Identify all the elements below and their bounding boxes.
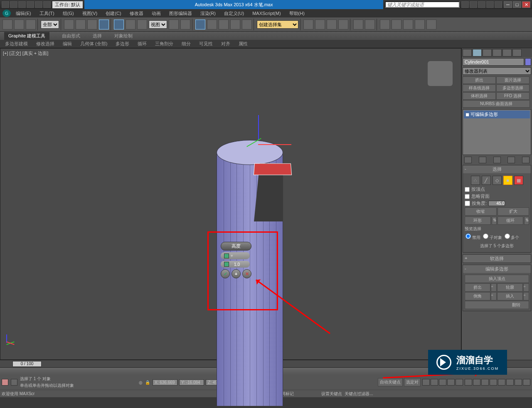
pivot-button[interactable] [169, 20, 179, 29]
menu-modifiers[interactable]: 修改器 [126, 10, 147, 17]
qat-new-icon[interactable] [2, 1, 9, 8]
stack-item-editpoly[interactable]: ◼ 可编辑多边形 [464, 111, 530, 118]
create-tab-icon[interactable] [463, 49, 472, 57]
select-region-button[interactable] [87, 20, 97, 29]
menu-grapheditors[interactable]: 图形编辑器 [166, 10, 195, 17]
help-search-input[interactable] [385, 1, 460, 8]
window-crossing-button[interactable] [99, 20, 109, 29]
close-button[interactable]: ✕ [522, 1, 530, 8]
fov-icon[interactable] [506, 379, 514, 386]
coord-y[interactable]: Y: -16.084 [179, 379, 204, 386]
ring-spinner[interactable]: ⇅ [492, 216, 497, 225]
ribbon-panel-loops[interactable]: 循环 [135, 40, 149, 48]
ignore-backfacing-checkbox[interactable] [465, 194, 470, 199]
extrude-settings-button[interactable]: ▫ [491, 283, 497, 292]
next-frame-icon[interactable] [447, 379, 455, 386]
remove-mod-icon[interactable] [507, 157, 515, 163]
render-frame-button[interactable] [392, 20, 401, 29]
mod-splinesel-button[interactable]: 样条线选择 [463, 84, 496, 92]
rollout-selection-header[interactable]: 选择 [463, 165, 531, 173]
named-selection-set[interactable]: 创建选择集 [257, 20, 298, 29]
menu-animation[interactable]: 动画 [148, 10, 164, 17]
loop-button[interactable]: 循环 [498, 216, 524, 225]
viewport[interactable]: [+] [正交] [真实 + 边面] 高度 ▾ [0, 48, 461, 360]
display-tab-icon[interactable] [502, 49, 512, 57]
layers-button[interactable] [327, 20, 337, 29]
menu-tools[interactable]: 工具(T) [36, 10, 58, 17]
by-angle-checkbox[interactable] [465, 201, 470, 206]
mod-ffdsel-button[interactable]: FFD 选择 [496, 92, 530, 100]
ribbon-tab-freeform[interactable]: 自由形式 [62, 33, 80, 39]
motion-tab-icon[interactable] [493, 49, 502, 57]
rollout-soft-header[interactable]: 软选择 [463, 255, 531, 263]
ref-coord-system[interactable]: 视图 [149, 20, 167, 29]
by-vertex-checkbox[interactable] [465, 187, 470, 192]
qat-save-icon[interactable] [18, 1, 26, 8]
ribbon-panel-props[interactable]: 属性 [236, 40, 250, 48]
zoom-all-icon[interactable] [515, 379, 522, 386]
flip-button[interactable]: 翻转 [465, 301, 529, 309]
caddy-value-input[interactable] [231, 262, 243, 267]
menu-edit[interactable]: 编辑(E) [12, 10, 34, 17]
mod-patchsel-button[interactable]: 面片选择 [496, 76, 530, 84]
mod-polysel-button[interactable]: 多边形选择 [496, 84, 530, 92]
mod-extrude-button[interactable]: 挤出 [463, 76, 496, 84]
align-button[interactable] [315, 20, 325, 29]
pan-icon[interactable] [465, 379, 472, 386]
pin-stack-icon[interactable] [464, 157, 472, 163]
favorites-icon[interactable] [486, 1, 494, 8]
zoom-icon[interactable] [473, 379, 480, 386]
teapot-production-icon[interactable] [415, 20, 425, 29]
modifier-list-dropdown[interactable]: 修改器列表 [463, 67, 531, 75]
menu-customize[interactable]: 自定义(U) [221, 10, 247, 17]
ribbon-tab-graphite[interactable]: Graphite 建模工具 [4, 32, 49, 40]
teapot-iterative-icon[interactable] [426, 20, 436, 29]
time-slider-thumb[interactable]: 0 / 100 [12, 361, 42, 367]
select-manipulate-button[interactable] [180, 20, 190, 29]
inset-settings-button[interactable]: ▫ [523, 292, 529, 300]
schematic-view-button[interactable] [353, 20, 363, 29]
qat-undo-icon[interactable] [27, 1, 34, 8]
loop-spinner[interactable]: ⇅ [524, 216, 529, 225]
inset-button[interactable]: 插入 [497, 292, 523, 300]
rollout-editpoly-header[interactable]: 编辑多边形 [463, 265, 531, 273]
play-icon[interactable] [439, 379, 446, 386]
menu-group[interactable]: 组(G) [59, 10, 77, 17]
preview-off-radio[interactable] [466, 233, 471, 239]
subobj-border-icon[interactable]: ◇ [493, 176, 502, 185]
prev-frame-icon[interactable] [431, 379, 438, 386]
subobj-element-icon[interactable]: ▦ [514, 176, 523, 185]
shrink-button[interactable]: 收缩 [465, 207, 497, 216]
selection-filter[interactable]: 全部 [41, 20, 59, 29]
link-button[interactable] [26, 20, 36, 29]
caddy-cancel-button[interactable]: ✕ [242, 269, 251, 278]
setkey-button[interactable]: 设置关键点 [321, 391, 342, 397]
subobj-vertex-icon[interactable]: ∴ [471, 176, 480, 185]
modifier-stack[interactable]: ◼ 可编辑多边形 [463, 109, 531, 155]
mod-nurbs-button[interactable]: NURBS 曲面选择 [463, 100, 530, 108]
qat-open-icon[interactable] [10, 1, 17, 8]
outline-settings-button[interactable]: ▫ [523, 283, 529, 292]
ribbon-tab-objectpaint[interactable]: 对象绘制 [114, 33, 133, 39]
insert-vertex-button[interactable]: 插入顶点 [465, 275, 529, 283]
modify-tab-icon[interactable] [473, 49, 482, 57]
configure-sets-icon[interactable] [522, 157, 530, 163]
exchange-icon[interactable] [478, 1, 485, 8]
curve-editor-button[interactable] [338, 20, 348, 29]
material-editor-button[interactable] [365, 20, 375, 29]
key-filters-button[interactable]: 关键点过滤器... [345, 391, 373, 397]
subscription-icon[interactable] [470, 1, 477, 8]
caddy-type-spinner[interactable]: ▾ [221, 252, 250, 259]
select-object-button[interactable] [64, 20, 74, 29]
ribbon-panel-modsel[interactable]: 修改选择 [34, 40, 57, 48]
undo-button[interactable] [2, 20, 12, 29]
viewport-label[interactable]: [+] [正交] [真实 + 边面] [3, 50, 48, 57]
ribbon-panel-subdiv[interactable]: 细分 [179, 40, 193, 48]
render-setup-button[interactable] [380, 20, 390, 29]
menu-help[interactable]: 帮助(H) [286, 10, 308, 17]
make-unique-icon[interactable] [493, 157, 501, 163]
mod-volsel-button[interactable]: 体积选择 [463, 92, 496, 100]
bevel-settings-button[interactable]: ▫ [491, 292, 497, 300]
help-icon[interactable] [495, 1, 502, 8]
snap-edit-button[interactable] [242, 20, 252, 29]
